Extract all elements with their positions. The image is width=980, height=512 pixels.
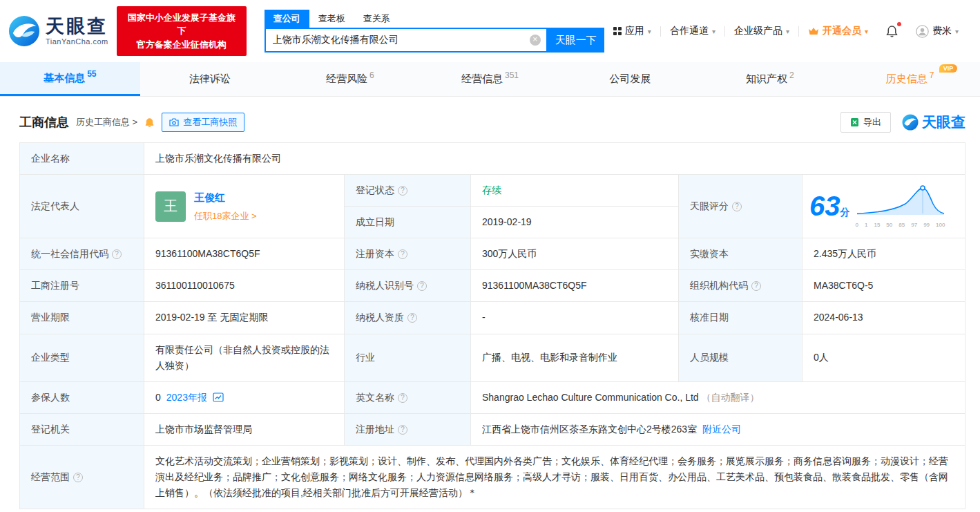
help-icon[interactable]: ? (73, 473, 83, 482)
field-label-credit-code: 统一社会信用代码? (20, 238, 144, 270)
nav-user[interactable]: 费米 ▾ (907, 25, 968, 38)
reg-capital-label-text: 注册资本 (356, 248, 394, 259)
axis-tick: 99 (923, 220, 930, 229)
field-label-company-type: 企业类型 (20, 334, 144, 381)
search-row: × 天眼一下 (265, 28, 604, 53)
gov-badge-line1: 国家中小企业发展子基金旗下 (124, 11, 240, 38)
help-icon[interactable]: ? (417, 281, 427, 291)
help-icon[interactable]: ? (732, 202, 742, 211)
snapshot-button[interactable]: 查看工商快照 (162, 113, 244, 132)
vip-badge: VIP (939, 64, 958, 73)
english-name-label-text: 英文名称 (356, 392, 394, 403)
help-icon[interactable]: ? (398, 186, 407, 196)
company-tabbar: 基本信息 55 法律诉讼 经营风险 6 经营信息 351 公司发展 知识产权 2… (0, 62, 980, 97)
help-icon[interactable]: ? (751, 281, 761, 291)
tab-operation-risk[interactable]: 经营风险 6 (280, 62, 420, 96)
business-info-table: 企业名称 上饶市乐潮文化传播有限公司 法定代表人 王 王俊红 任职18家企业 > (19, 142, 965, 509)
axis-tick: 15 (874, 220, 880, 229)
english-name-value: Shangrao Lechao Culture Communication Co… (482, 392, 699, 403)
help-icon[interactable]: ? (407, 313, 417, 323)
field-label-establish-date: 成立日期 (345, 207, 471, 238)
nav-enterprise-products[interactable]: 企业级产品 ▾ (725, 25, 798, 37)
nav-apps[interactable]: 应用 ▾ (604, 25, 660, 37)
tab-history-info[interactable]: 历史信息 7 VIP (840, 62, 980, 96)
help-icon[interactable]: ? (398, 249, 407, 259)
tab-company-development[interactable]: 公司发展 (560, 62, 700, 96)
tab-legal-litigation[interactable]: 法律诉讼 (140, 62, 280, 96)
nav-enterprise-products-label: 企业级产品 (734, 25, 782, 37)
field-value-reg-status: 存续 (471, 175, 679, 207)
table-row: 法定代表人 王 王俊红 任职18家企业 > 登记状态? 存续 (20, 175, 965, 207)
reg-address-value: 江西省上饶市信州区茶圣东路文创中心2号楼263室 (482, 424, 697, 435)
gov-badge-line2: 官方备案企业征信机构 (124, 38, 240, 52)
chevron-down-icon: ▾ (648, 28, 651, 35)
top-nav: 应用 ▾ 合作通道 ▾ 企业级产品 ▾ 开通会员 ▾ (604, 25, 968, 38)
notification-bell[interactable] (877, 25, 907, 38)
logo-text: 天眼查 TianYanCha.com (46, 17, 108, 46)
tab-operation-info-count: 351 (505, 70, 519, 80)
taxpayer-id-label-text: 纳税人识别号 (356, 280, 414, 291)
nearby-companies-link[interactable]: 附近公司 (702, 424, 741, 435)
legal-rep-name-link[interactable]: 王俊红 (194, 189, 257, 207)
field-label-reg-status: 登记状态? (345, 175, 471, 207)
score-curve-icon (856, 183, 945, 215)
field-label-taxpayer-quality: 纳税人资质? (345, 302, 471, 334)
reg-address-label-text: 注册地址 (356, 424, 394, 435)
export-button[interactable]: 导出 (840, 112, 891, 133)
search-tab-boss[interactable]: 查老板 (309, 10, 354, 28)
field-label-english-name: 英文名称? (345, 381, 471, 413)
nav-cooperation[interactable]: 合作通道 ▾ (661, 25, 724, 37)
field-value-paid-capital: 2.435万人民币 (803, 238, 965, 270)
field-label-taxpayer-id: 纳税人识别号? (345, 270, 471, 302)
clear-search-icon[interactable]: × (530, 35, 541, 46)
search-tabs: 查公司 查老板 查关系 (265, 10, 604, 28)
help-icon[interactable]: ? (112, 249, 122, 259)
score-number-block[interactable]: 63分 (809, 192, 850, 220)
search-button[interactable]: 天眼一下 (548, 28, 604, 53)
score-distribution-chart: 0 1 15 50 85 97 99 100 (856, 183, 945, 229)
alert-bell-icon[interactable] (144, 117, 155, 128)
tab-intellectual-property-count: 2 (789, 70, 794, 80)
score-axis-labels: 0 1 15 50 85 97 99 100 (856, 220, 945, 229)
annual-report-link[interactable]: 2023年报 (166, 390, 207, 406)
field-label-industry: 行业 (345, 334, 471, 381)
field-label-reg-address: 注册地址? (345, 413, 471, 445)
legal-rep-positions-link[interactable]: 任职18家企业 > (194, 209, 257, 223)
search-tab-company[interactable]: 查公司 (265, 10, 309, 28)
field-label-tyc-score: 天眼评分? (679, 175, 803, 238)
tab-intellectual-property[interactable]: 知识产权 2 (700, 62, 840, 96)
tianyancha-logo-icon (8, 15, 40, 47)
legal-rep-avatar[interactable]: 王 (155, 191, 186, 222)
gov-badge: 国家中小企业发展子基金旗下 官方备案企业征信机构 (117, 6, 247, 57)
tab-history-info-label: 历史信息 (886, 73, 928, 86)
field-value-credit-code: 91361100MA38CT6Q5F (144, 238, 345, 270)
trend-chart-icon[interactable] (213, 392, 224, 402)
field-value-legal-rep: 王 王俊红 任职18家企业 > (144, 175, 345, 238)
field-value-approval-date: 2024-06-13 (803, 302, 965, 334)
bell-icon (885, 25, 899, 38)
tianyancha-logo[interactable]: 天眼查 TianYanCha.com (8, 15, 108, 47)
nav-open-membership-label: 开通会员 (823, 25, 861, 37)
axis-tick: 1 (865, 220, 867, 229)
table-row: 参保人数 0 2023年报 英文名称? Shangrao Lech (20, 381, 965, 413)
field-label-paid-capital: 实缴资本 (679, 238, 803, 270)
field-value-taxpayer-id: 91361100MA38CT6Q5F (471, 270, 679, 302)
help-icon[interactable]: ? (398, 393, 407, 403)
search-tab-relation[interactable]: 查关系 (354, 10, 399, 28)
axis-tick: 100 (936, 220, 945, 229)
axis-tick: 85 (899, 220, 905, 229)
search-input[interactable] (266, 29, 546, 51)
help-icon[interactable]: ? (398, 425, 407, 435)
reg-status-value: 存续 (482, 184, 501, 196)
axis-tick: 97 (911, 220, 917, 229)
table-row: 企业名称 上饶市乐潮文化传播有限公司 (20, 143, 965, 175)
reg-status-label-text: 登记状态 (356, 184, 394, 196)
tab-operation-info[interactable]: 经营信息 351 (420, 62, 560, 96)
tab-operation-info-label: 经营信息 (461, 73, 503, 86)
nav-open-membership[interactable]: 开通会员 ▾ (799, 25, 877, 37)
history-business-info-link[interactable]: 历史工商信息 > (76, 116, 137, 129)
field-value-org-code: MA38CT6Q-5 (803, 270, 965, 302)
field-value-insured-count: 0 2023年报 (144, 381, 345, 413)
tab-basic-info[interactable]: 基本信息 55 (0, 62, 140, 96)
field-value-reg-number: 361100110010675 (144, 270, 345, 302)
